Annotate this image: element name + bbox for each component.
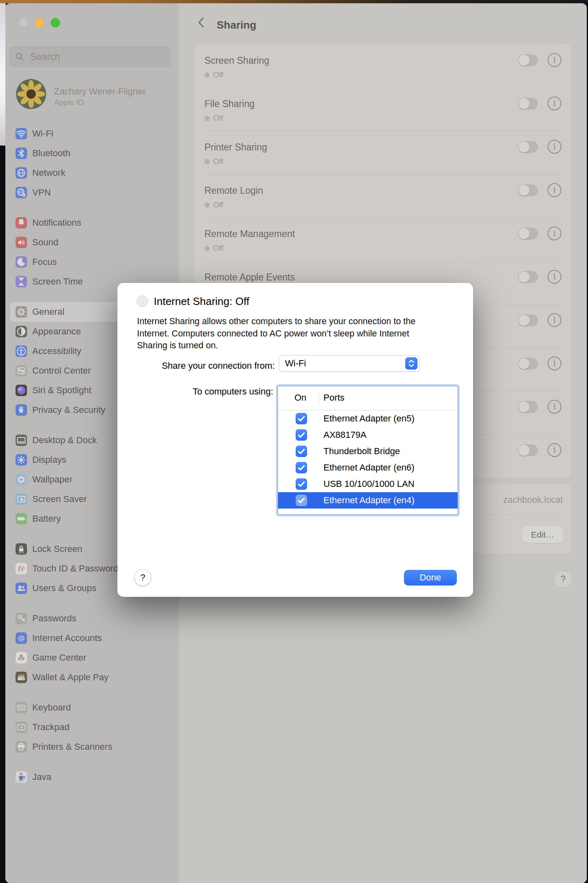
checkbox-checked-icon[interactable] <box>296 446 307 457</box>
accessibility-icon <box>16 345 27 357</box>
port-row[interactable]: Ethernet Adapter (en5) <box>278 410 458 427</box>
service-toggle[interactable] <box>518 228 538 240</box>
service-toggle[interactable] <box>518 184 538 196</box>
ports-rows: Ethernet Adapter (en5)AX88179AThunderbol… <box>278 410 458 509</box>
service-toggle[interactable] <box>518 271 538 283</box>
minimize-button[interactable] <box>35 18 44 27</box>
info-icon[interactable]: i <box>548 270 561 284</box>
search-input[interactable]: Search <box>9 46 171 67</box>
info-icon[interactable]: i <box>548 356 561 370</box>
share-from-label: Share your connection from: <box>117 361 275 371</box>
toggle-knob <box>518 98 530 109</box>
status-text: Off <box>213 70 223 79</box>
dialog-title: Internet Sharing: Off <box>154 295 249 308</box>
zoom-button[interactable] <box>51 18 60 27</box>
sidebar-item-label: Appearance <box>32 322 81 341</box>
dialog-description: Internet Sharing allows other computers … <box>137 316 472 352</box>
sidebar-item-label: Keyboard <box>32 698 71 717</box>
sidebar-item-printers-and-scanners[interactable]: Printers & Scanners <box>10 737 174 757</box>
edit-hostname-button[interactable]: Edit… <box>522 527 563 543</box>
toggle-knob <box>518 271 530 282</box>
service-toggle[interactable] <box>518 358 538 370</box>
sidebar-item-network[interactable]: Network <box>10 163 174 183</box>
popup-chevrons-icon <box>405 357 417 370</box>
port-row[interactable]: Ethernet Adapter (en4) <box>278 492 458 509</box>
bluetooth-icon <box>16 148 27 159</box>
sidebar-item-label: Users & Groups <box>32 578 97 598</box>
hand-icon <box>16 404 27 416</box>
port-row[interactable]: Ethernet Adapter (en6) <box>278 459 458 476</box>
checkbox-checked-icon[interactable] <box>296 429 307 441</box>
sidebar-item-internet-accounts[interactable]: @Internet Accounts <box>10 628 174 648</box>
sidebar-item-label: Privacy & Security <box>32 400 105 420</box>
service-toggle[interactable] <box>518 54 538 66</box>
sidebar-item-notifications[interactable]: Notifications <box>10 213 174 233</box>
internet-sharing-status-toggle[interactable] <box>137 296 148 307</box>
sidebar-item-wi-fi[interactable]: Wi-Fi <box>10 124 174 143</box>
service-toggle[interactable] <box>518 444 538 456</box>
sunflower-avatar-image <box>16 79 46 109</box>
window-controls <box>19 18 60 27</box>
hourglass-icon <box>16 276 27 287</box>
status-text: Off <box>213 157 223 166</box>
status-text: Off <box>213 244 223 253</box>
sidebar-item-game-center[interactable]: Game Center <box>10 648 174 668</box>
done-button[interactable]: Done <box>404 570 457 585</box>
info-icon[interactable]: i <box>548 96 561 110</box>
service-row: Remote LoginOffi <box>194 174 571 217</box>
service-toggle[interactable] <box>518 98 538 110</box>
local-hostname-value: zachbook.local <box>503 495 563 505</box>
sidebar-item-label: Screen Time <box>32 272 83 291</box>
internet-sharing-dialog: Internet Sharing: Off Internet Sharing a… <box>117 283 473 597</box>
info-icon[interactable]: i <box>548 140 561 154</box>
sidebar-item-label: Sound <box>32 233 58 252</box>
close-button[interactable] <box>19 18 28 27</box>
back-chevron-icon[interactable] <box>197 17 206 28</box>
wallet-icon <box>16 672 27 683</box>
sidebar-item-label: Java <box>32 767 51 787</box>
service-title: Remote Management <box>204 229 295 240</box>
key-icon <box>16 613 27 624</box>
at-sign-icon: @ <box>16 632 27 644</box>
info-icon[interactable]: i <box>548 183 561 197</box>
sidebar-item-bluetooth[interactable]: Bluetooth <box>10 143 174 163</box>
service-toggle[interactable] <box>518 141 538 153</box>
help-button[interactable]: ? <box>555 571 571 587</box>
sidebar-item-wallet-and-apple-pay[interactable]: Wallet & Apple Pay <box>10 668 174 687</box>
sidebar-item-label: Control Center <box>32 361 91 381</box>
info-icon[interactable]: i <box>548 226 561 240</box>
sidebar-item-sound[interactable]: Sound <box>10 233 174 252</box>
status-dot <box>204 202 210 208</box>
share-from-popup[interactable]: Wi-Fi <box>279 355 420 372</box>
info-icon[interactable]: i <box>548 400 561 414</box>
keyboard-icon <box>16 702 27 713</box>
port-row[interactable]: AX88179A <box>278 427 458 443</box>
sidebar-item-keyboard[interactable]: Keyboard <box>10 698 174 717</box>
service-status: Off <box>204 114 223 123</box>
sidebar-item-trackpad[interactable]: Trackpad <box>10 717 174 737</box>
port-row[interactable]: USB 10/100/1000 LAN <box>278 476 458 492</box>
sidebar-item-label: Displays <box>32 450 66 470</box>
sun-icon <box>16 454 27 466</box>
checkbox-checked-icon[interactable] <box>296 478 307 490</box>
sidebar-item-vpn[interactable]: VPN <box>10 183 174 202</box>
checkbox-checked-icon[interactable] <box>296 413 307 424</box>
sidebar-item-passwords[interactable]: Passwords <box>10 609 174 628</box>
checkbox-checked-icon[interactable] <box>296 495 307 506</box>
sidebar-group: KeyboardTrackpadPrinters & Scanners <box>10 698 174 757</box>
checkbox-checked-icon[interactable] <box>296 462 307 473</box>
info-icon[interactable]: i <box>548 53 561 67</box>
avatar[interactable] <box>16 79 46 109</box>
sidebar-item-java[interactable]: Java <box>10 767 174 787</box>
trackpad-icon <box>16 722 27 733</box>
service-toggle[interactable] <box>518 314 538 326</box>
dialog-help-button[interactable]: ? <box>135 569 151 586</box>
toggle-knob <box>518 55 530 66</box>
service-toggle[interactable] <box>518 401 538 413</box>
to-computers-label: To computers using: <box>117 386 273 397</box>
info-icon[interactable]: i <box>548 313 561 327</box>
port-row[interactable]: Thunderbolt Bridge <box>278 443 458 459</box>
sidebar-item-focus[interactable]: Focus <box>10 252 174 272</box>
account-name: Zachary Wener-Fligner <box>54 86 146 97</box>
info-icon[interactable]: i <box>548 443 561 457</box>
